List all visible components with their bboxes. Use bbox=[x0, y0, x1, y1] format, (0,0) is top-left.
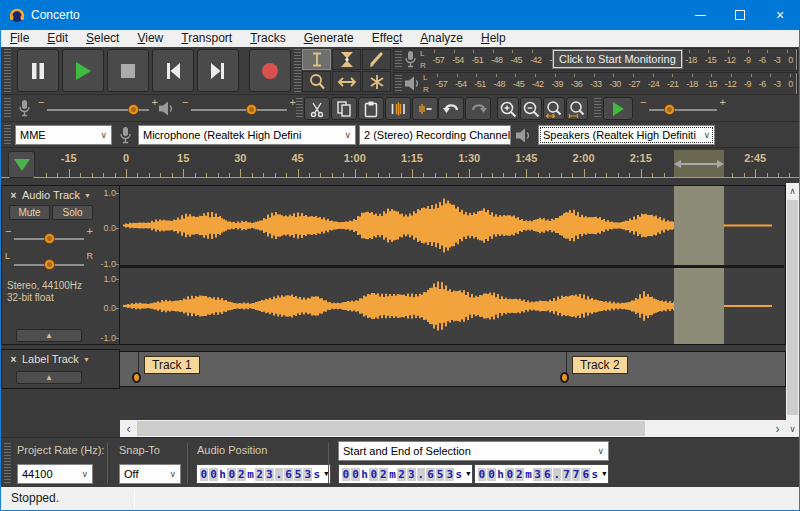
menu-help[interactable]: Help bbox=[472, 30, 515, 47]
zoom-in-button[interactable] bbox=[497, 97, 519, 120]
playback-device-select[interactable]: Speakers (Realtek High Definiti∨ bbox=[538, 125, 715, 145]
audio-host-select[interactable]: MME∨ bbox=[15, 125, 112, 145]
selection-mode-select[interactable]: Start and End of Selection∨ bbox=[338, 441, 609, 461]
multi-tool-button[interactable] bbox=[362, 71, 391, 92]
play-speed-thumb[interactable] bbox=[664, 104, 675, 115]
toolbar-grip[interactable] bbox=[4, 125, 11, 145]
play-speed-slider[interactable]: − + bbox=[649, 97, 717, 117]
pan-slider[interactable]: L R bbox=[14, 252, 84, 272]
audio-track-menu[interactable]: Audio Track ▼ bbox=[22, 189, 91, 201]
pinned-play-head-button[interactable] bbox=[8, 151, 35, 178]
time-shift-tool-button[interactable] bbox=[332, 71, 361, 92]
menu-tracks[interactable]: Tracks bbox=[241, 30, 295, 47]
scroll-left-icon[interactable]: ‹ bbox=[120, 420, 137, 437]
project-rate-select[interactable]: 44100∨ bbox=[17, 464, 93, 484]
mute-button[interactable]: Mute bbox=[9, 205, 50, 220]
recording-volume-slider[interactable]: − + bbox=[47, 97, 149, 117]
toolbar-grip[interactable] bbox=[4, 98, 11, 119]
label-marker-icon[interactable] bbox=[560, 372, 569, 383]
ruler-tick bbox=[126, 169, 127, 177]
silence-audio-button[interactable] bbox=[412, 97, 438, 120]
solo-button[interactable]: Solo bbox=[52, 205, 93, 220]
menu-generate[interactable]: Generate bbox=[295, 30, 363, 47]
zoom-tool-button[interactable] bbox=[302, 71, 331, 92]
playback-volume-thumb[interactable] bbox=[246, 104, 257, 115]
draw-tool-button[interactable] bbox=[362, 49, 391, 70]
scroll-right-icon[interactable]: › bbox=[769, 420, 786, 437]
toolbar-grip[interactable] bbox=[4, 443, 11, 483]
cut-button[interactable] bbox=[304, 97, 330, 120]
vertical-scrollbar[interactable]: ∧ ∨ bbox=[786, 183, 799, 437]
timeline-ruler[interactable]: -1501530451:001:151:301:452:002:152:302:… bbox=[1, 148, 799, 183]
toolbar-grip[interactable] bbox=[294, 49, 301, 92]
close-track-icon[interactable]: × bbox=[7, 353, 20, 366]
collapse-track-button[interactable]: ▲ bbox=[16, 371, 82, 384]
menu-edit[interactable]: Edit bbox=[38, 30, 77, 47]
track-label[interactable]: Track 2 bbox=[572, 356, 628, 374]
collapse-track-button[interactable]: ▲ bbox=[16, 329, 82, 342]
waveform-channel-right[interactable] bbox=[120, 268, 784, 344]
meter-db-label: -12 bbox=[724, 55, 736, 65]
minimize-button[interactable] bbox=[680, 0, 720, 30]
horizontal-scrollbar[interactable]: ‹ › bbox=[120, 420, 786, 437]
ruler-selection-region[interactable] bbox=[674, 150, 724, 177]
recording-device-select[interactable]: Microphone (Realtek High Defini∨ bbox=[138, 125, 356, 145]
playback-volume-slider[interactable]: − + bbox=[191, 97, 287, 117]
trim-audio-button[interactable] bbox=[385, 97, 411, 120]
play-button[interactable] bbox=[62, 49, 104, 92]
menu-effect[interactable]: Effect bbox=[363, 30, 411, 47]
paste-button[interactable] bbox=[358, 97, 384, 120]
horizontal-scroll-thumb[interactable] bbox=[137, 421, 645, 436]
scroll-up-icon[interactable]: ∧ bbox=[786, 183, 799, 199]
recording-volume-thumb[interactable] bbox=[128, 104, 139, 115]
track-label[interactable]: Track 1 bbox=[144, 356, 200, 374]
playback-meter-bar[interactable]: -57-54-51-48-45-42-39-36-33-30-27-24-21-… bbox=[433, 73, 797, 94]
copy-button[interactable] bbox=[331, 97, 357, 120]
label-track-area[interactable]: Track 1Track 2 bbox=[120, 351, 786, 387]
gain-slider[interactable]: − + bbox=[14, 226, 84, 246]
ibeam-icon bbox=[306, 51, 328, 68]
menu-analyze[interactable]: Analyze bbox=[411, 30, 472, 47]
waveform-channel-left[interactable] bbox=[120, 186, 784, 265]
ruler-tick bbox=[755, 169, 756, 177]
toolbar-grip[interactable] bbox=[594, 98, 601, 119]
fit-selection-button[interactable] bbox=[543, 97, 565, 120]
audio-position-field[interactable]: 00h02m23.653s▼ bbox=[196, 464, 331, 484]
redo-button[interactable] bbox=[465, 97, 491, 120]
selection-start-field[interactable]: 00h02m23.653s▼ bbox=[338, 464, 473, 484]
maximize-button[interactable] bbox=[720, 0, 760, 30]
label-track-menu[interactable]: Label Track ▼ bbox=[22, 353, 90, 365]
playback-meter[interactable]: LR -57-54-51-48-45-42-39-36-33-30-27-24-… bbox=[393, 72, 798, 95]
zoom-out-button[interactable] bbox=[520, 97, 542, 120]
envelope-tool-button[interactable] bbox=[332, 49, 361, 70]
selection-end-field[interactable]: 00h02m36.776s▼ bbox=[474, 464, 609, 484]
pause-button[interactable] bbox=[17, 49, 59, 92]
toolbar-grip[interactable] bbox=[395, 51, 402, 69]
toolbar-grip[interactable] bbox=[4, 49, 11, 92]
toolbar-grip[interactable] bbox=[296, 98, 303, 119]
menu-transport[interactable]: Transport bbox=[172, 30, 241, 47]
snap-to-select[interactable]: Off∨ bbox=[119, 464, 181, 484]
menu-file[interactable]: File bbox=[1, 30, 38, 47]
close-button[interactable]: × bbox=[760, 0, 800, 30]
skip-to-end-button[interactable] bbox=[197, 49, 239, 92]
title-bar[interactable]: Concerto × bbox=[0, 0, 800, 30]
scroll-down-icon[interactable]: ∨ bbox=[786, 421, 799, 437]
label-marker-icon[interactable] bbox=[132, 372, 141, 383]
undo-button[interactable] bbox=[438, 97, 464, 120]
close-track-icon[interactable]: × bbox=[7, 189, 20, 202]
menu-select[interactable]: Select bbox=[77, 30, 128, 47]
menu-view[interactable]: View bbox=[128, 30, 172, 47]
skip-to-start-button[interactable] bbox=[152, 49, 194, 92]
selection-tool-button[interactable] bbox=[302, 49, 331, 70]
play-at-speed-button[interactable] bbox=[603, 97, 633, 120]
recording-channels-select[interactable]: 2 (Stereo) Recording Channels∨ bbox=[359, 125, 511, 145]
pan-thumb[interactable] bbox=[44, 259, 55, 270]
toolbar-grip[interactable] bbox=[395, 75, 402, 93]
record-button[interactable] bbox=[249, 49, 291, 92]
stop-button[interactable] bbox=[107, 49, 149, 92]
gain-thumb[interactable] bbox=[44, 233, 55, 244]
vertical-scroll-thumb[interactable] bbox=[787, 200, 798, 415]
plus-icon: + bbox=[87, 225, 93, 237]
fit-project-button[interactable] bbox=[566, 97, 588, 120]
